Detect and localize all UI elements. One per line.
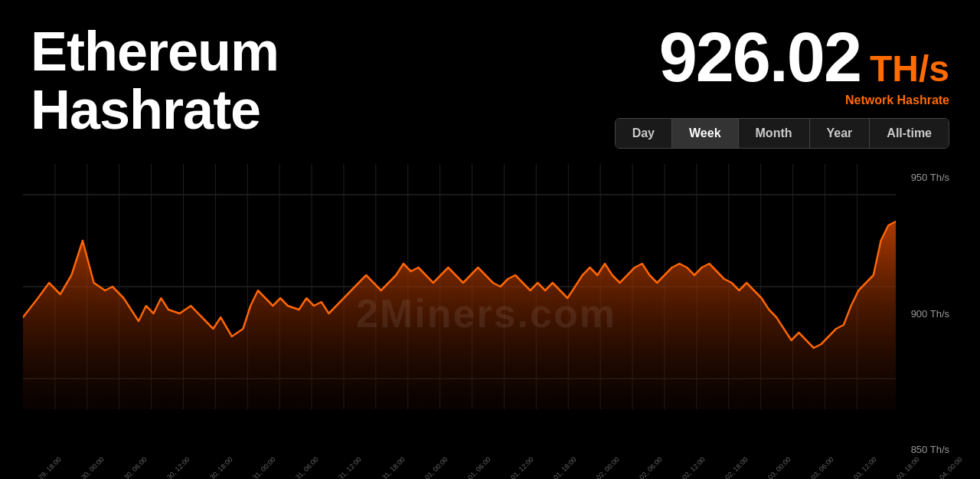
filter-day[interactable]: Day xyxy=(616,119,672,148)
x-label: Sep 04, 06:00 xyxy=(971,455,980,479)
y-label-bot: 850 Th/s xyxy=(896,444,949,455)
x-label: Aug 31, 12:00 xyxy=(327,455,363,479)
hashrate-unit: TH/s xyxy=(870,51,949,87)
x-label: Aug 29, 18:00 xyxy=(27,455,63,479)
x-label: Sep 01, 12:00 xyxy=(499,455,535,479)
hashrate-label: Network Hashrate xyxy=(845,94,949,107)
title-line2: Hashrate xyxy=(31,81,279,139)
x-label: Sep 02, 12:00 xyxy=(671,455,707,479)
x-label: Sep 01, 00:00 xyxy=(413,455,449,479)
x-label: Sep 01, 06:00 xyxy=(456,455,492,479)
filter-alltime[interactable]: All-time xyxy=(870,119,949,148)
x-label: Aug 30, 06:00 xyxy=(113,455,149,479)
x-label: Sep 03, 00:00 xyxy=(756,455,792,479)
hashrate-value: 926.02 xyxy=(659,23,861,92)
filter-month[interactable]: Month xyxy=(739,119,810,148)
y-label-mid: 900 Th/s xyxy=(896,308,949,320)
y-label-top: 950 Th/s xyxy=(896,172,949,183)
x-label: Sep 02, 00:00 xyxy=(585,455,621,479)
x-label: Aug 30, 12:00 xyxy=(155,455,191,479)
x-label: Sep 02, 06:00 xyxy=(628,455,664,479)
x-label: Sep 03, 06:00 xyxy=(799,455,835,479)
title-block: Ethereum Hashrate xyxy=(31,23,279,139)
header: Ethereum Hashrate 926.02 TH/s Network Ha… xyxy=(0,0,980,156)
chart-wrapper: 950 Th/s 900 Th/s 850 Th/s 2Miners.com xyxy=(23,164,949,463)
filter-week[interactable]: Week xyxy=(672,119,739,148)
hashrate-block: 926.02 TH/s Network Hashrate Day Week Mo… xyxy=(615,23,949,149)
x-label: Aug 31, 06:00 xyxy=(284,455,320,479)
x-label: Sep 01, 18:00 xyxy=(542,455,578,479)
x-label: Aug 30, 18:00 xyxy=(198,455,234,479)
chart-container: 950 Th/s 900 Th/s 850 Th/s 2Miners.com xyxy=(0,164,980,463)
hashrate-value-row: 926.02 TH/s xyxy=(659,23,949,92)
title-line1: Ethereum xyxy=(31,23,279,81)
svg-marker-30 xyxy=(23,221,896,409)
chart-svg xyxy=(23,164,896,409)
x-label: Aug 30, 00:00 xyxy=(70,455,106,479)
x-label: Aug 31, 00:00 xyxy=(241,455,277,479)
x-label: Sep 03, 12:00 xyxy=(842,455,878,479)
filter-year[interactable]: Year xyxy=(810,119,871,148)
time-filter: Day Week Month Year All-time xyxy=(615,118,949,149)
x-label: Aug 31, 18:00 xyxy=(371,455,407,479)
y-labels: 950 Th/s 900 Th/s 850 Th/s xyxy=(896,164,949,463)
x-label: Sep 02, 18:00 xyxy=(714,455,750,479)
